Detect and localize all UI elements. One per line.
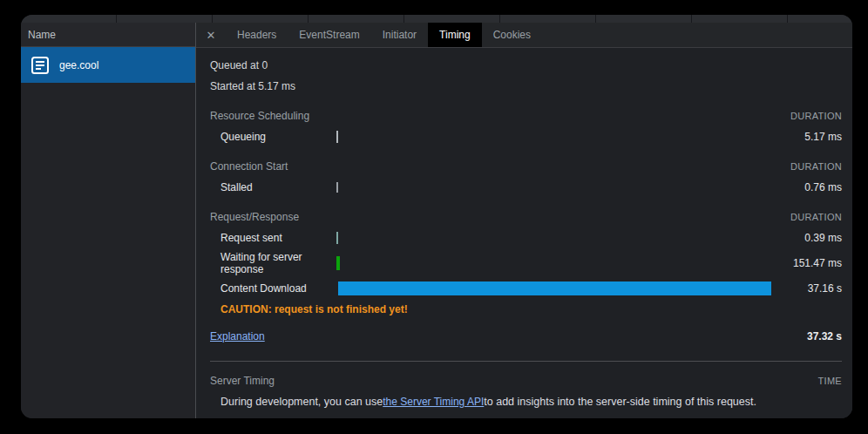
duration-column-header: DURATION bbox=[790, 212, 842, 222]
server-timing-description: During development, you can use the Serv… bbox=[210, 391, 842, 412]
timing-row-content-download: Content Download 37.16 s bbox=[210, 278, 842, 299]
row-label: Waiting for server response bbox=[210, 251, 336, 275]
total-duration: 37.32 s bbox=[807, 330, 842, 342]
content-download-bar bbox=[338, 281, 772, 295]
request-sent-bar bbox=[336, 232, 338, 244]
tab-timing[interactable]: Timing bbox=[428, 23, 482, 47]
section-request-response: Request/Response DURATION bbox=[210, 207, 842, 227]
tab-headers[interactable]: Headers bbox=[226, 23, 288, 47]
timing-row-waiting: Waiting for server response 151.47 ms bbox=[210, 248, 842, 278]
section-divider bbox=[210, 361, 842, 362]
waterfall-track bbox=[336, 230, 772, 246]
name-column-label: Name bbox=[28, 29, 56, 41]
started-at-text: Started at 5.17 ms bbox=[210, 76, 842, 97]
row-label: Stalled bbox=[210, 181, 336, 193]
queued-at-text: Queued at 0 bbox=[210, 55, 842, 76]
devtools-network-panel: Name gee.cool ✕ Headers EventStream Init… bbox=[21, 15, 852, 418]
duration-column-header: DURATION bbox=[790, 161, 842, 172]
waterfall-track bbox=[336, 180, 772, 195]
detail-tabbar: ✕ Headers EventStream Initiator Timing C… bbox=[196, 23, 852, 48]
section-server-timing: Server Timing TIME bbox=[210, 370, 842, 391]
row-duration: 5.17 ms bbox=[772, 131, 842, 143]
queueing-bar bbox=[336, 131, 338, 143]
network-columns-strip bbox=[21, 15, 852, 23]
section-title: Resource Scheduling bbox=[210, 110, 309, 122]
stalled-bar bbox=[336, 182, 338, 193]
section-title: Server Timing bbox=[210, 375, 275, 387]
row-duration: 151.47 ms bbox=[772, 257, 842, 269]
timing-row-request-sent: Request sent 0.39 ms bbox=[210, 227, 842, 248]
request-detail-pane: ✕ Headers EventStream Initiator Timing C… bbox=[195, 23, 852, 418]
caution-warning-text: CAUTION: request is not finished yet! bbox=[210, 303, 842, 315]
explanation-link[interactable]: Explanation bbox=[210, 330, 265, 342]
section-title: Connection Start bbox=[210, 160, 288, 173]
request-row-gee-cool[interactable]: gee.cool bbox=[21, 47, 195, 83]
tab-cookies[interactable]: Cookies bbox=[482, 23, 542, 47]
row-duration: 0.39 ms bbox=[772, 232, 842, 244]
total-row: Explanation 37.32 s bbox=[210, 326, 842, 347]
row-duration: 0.76 ms bbox=[772, 181, 842, 193]
description-suffix: to add insights into the server-side tim… bbox=[484, 396, 756, 408]
close-icon[interactable]: ✕ bbox=[196, 23, 226, 47]
waterfall-track bbox=[336, 281, 772, 296]
description-prefix: During development, you can use bbox=[220, 396, 383, 408]
row-label: Content Download bbox=[210, 282, 336, 295]
duration-column-header: DURATION bbox=[790, 111, 842, 121]
waterfall-track bbox=[336, 255, 772, 271]
name-column-header[interactable]: Name bbox=[21, 23, 195, 47]
request-name: gee.cool bbox=[59, 59, 98, 71]
row-label: Request sent bbox=[210, 232, 336, 244]
timing-row-queueing: Queueing 5.17 ms bbox=[210, 126, 842, 147]
document-icon bbox=[30, 55, 51, 76]
tab-eventstream[interactable]: EventStream bbox=[288, 23, 370, 47]
requests-sidebar: Name gee.cool bbox=[21, 23, 195, 418]
timing-row-stalled: Stalled 0.76 ms bbox=[210, 177, 842, 198]
section-title: Request/Response bbox=[210, 211, 299, 223]
section-resource-scheduling: Resource Scheduling DURATION bbox=[210, 105, 842, 126]
row-duration: 37.16 s bbox=[772, 282, 842, 295]
tab-initiator[interactable]: Initiator bbox=[371, 23, 428, 47]
time-column-header: TIME bbox=[818, 376, 842, 386]
server-timing-api-link[interactable]: the Server Timing API bbox=[383, 396, 484, 408]
waiting-bar bbox=[336, 256, 340, 270]
section-connection-start: Connection Start DURATION bbox=[210, 156, 842, 177]
waterfall-track bbox=[336, 129, 772, 145]
timing-tab-content: Queued at 0 Started at 5.17 ms Resource … bbox=[196, 48, 852, 418]
row-label: Queueing bbox=[210, 131, 336, 143]
